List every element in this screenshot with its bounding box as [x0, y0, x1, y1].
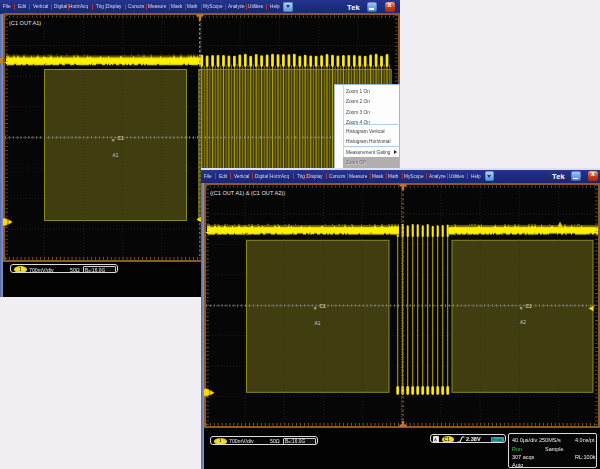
svg-text:C1: C1 [526, 304, 532, 309]
svg-text:C1: C1 [118, 136, 124, 141]
svg-text:A2: A2 [520, 320, 526, 325]
svg-text:×: × [520, 305, 523, 311]
svg-text:A1: A1 [113, 153, 119, 158]
svg-text:(C1 OUT A1): (C1 OUT A1) [9, 20, 41, 26]
svg-text:((C1 OUT A1) & (C1 OUT A2)): ((C1 OUT A1) & (C1 OUT A2)) [210, 190, 285, 196]
svg-text:A1: A1 [315, 321, 321, 326]
svg-text:C1: C1 [320, 304, 326, 309]
svg-text:×: × [314, 305, 317, 311]
svg-text:×: × [112, 137, 115, 143]
